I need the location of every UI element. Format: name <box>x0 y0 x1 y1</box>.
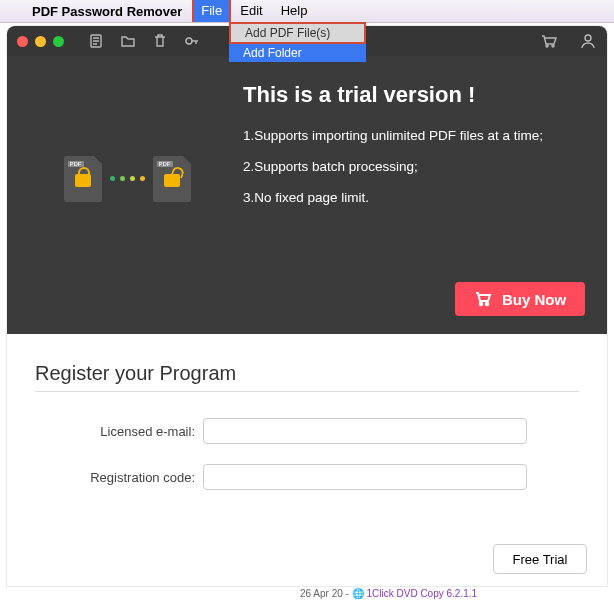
hero-panel: PDF PDF This is a trial version ! 1.Supp… <box>7 56 607 334</box>
svg-point-4 <box>585 35 591 41</box>
app-window: PDF PDF This is a trial version ! 1.Supp… <box>7 26 607 586</box>
register-panel: Register your Program Licensed e-mail: R… <box>7 334 607 526</box>
cart-icon <box>474 291 492 307</box>
menu-help[interactable]: Help <box>272 0 317 22</box>
email-label: Licensed e-mail: <box>35 424 203 439</box>
register-heading: Register your Program <box>35 362 579 385</box>
key-icon[interactable] <box>184 33 200 49</box>
locked-pdf-icon: PDF <box>64 156 102 202</box>
minimize-window-icon[interactable] <box>35 36 46 47</box>
window-controls <box>17 36 64 47</box>
code-label: Registration code: <box>35 470 203 485</box>
buy-now-label: Buy Now <box>502 291 566 308</box>
menu-add-folder[interactable]: Add Folder <box>229 44 366 62</box>
menu-file[interactable]: File <box>192 0 231 22</box>
email-field-row: Licensed e-mail: <box>35 418 579 444</box>
unlocked-pdf-icon: PDF <box>153 156 191 202</box>
background-page-peek: 26 Apr 20 - 🌐 1Click DVD Copy 6.2.1.1 <box>300 588 477 599</box>
menu-edit[interactable]: Edit <box>231 0 271 22</box>
svg-point-3 <box>552 45 554 47</box>
menu-add-pdf-files[interactable]: Add PDF File(s) <box>229 22 366 44</box>
zoom-window-icon[interactable] <box>53 36 64 47</box>
code-field-row: Registration code: <box>35 464 579 490</box>
app-name[interactable]: PDF Password Remover <box>22 4 192 19</box>
folder-icon[interactable] <box>120 33 136 49</box>
email-input[interactable] <box>203 418 527 444</box>
document-icon[interactable] <box>88 33 104 49</box>
toolbar-right <box>539 32 597 50</box>
hero-line-2: 2.Supports batch processing; <box>243 159 543 174</box>
code-input[interactable] <box>203 464 527 490</box>
pdf-illustration: PDF PDF <box>37 82 217 221</box>
free-trial-button[interactable]: Free Trial <box>493 544 587 574</box>
divider <box>35 391 579 392</box>
cart-icon[interactable] <box>539 32 557 50</box>
hero-line-3: 3.No fixed page limit. <box>243 190 543 205</box>
svg-point-6 <box>486 303 489 306</box>
hero-line-1: 1.Supports importing unlimited PDF files… <box>243 128 543 143</box>
progress-dots-icon <box>110 176 145 181</box>
buy-now-button[interactable]: Buy Now <box>455 282 585 316</box>
svg-point-5 <box>480 303 483 306</box>
user-icon[interactable] <box>579 32 597 50</box>
hero-title: This is a trial version ! <box>243 82 543 108</box>
hero-text: This is a trial version ! 1.Supports imp… <box>243 82 543 221</box>
file-dropdown: Add PDF File(s) Add Folder <box>229 22 366 62</box>
trash-icon[interactable] <box>152 33 168 49</box>
svg-point-1 <box>186 38 192 44</box>
macos-menubar: PDF Password Remover File Edit Help <box>0 0 614 23</box>
svg-point-2 <box>546 45 548 47</box>
close-window-icon[interactable] <box>17 36 28 47</box>
